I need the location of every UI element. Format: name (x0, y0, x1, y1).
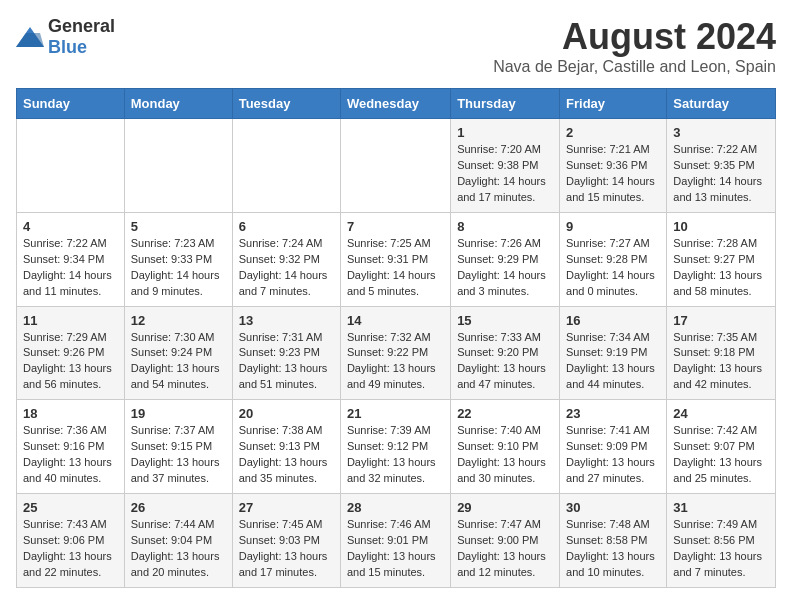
day-info: Sunrise: 7:37 AM Sunset: 9:15 PM Dayligh… (131, 423, 226, 487)
day-number: 23 (566, 406, 660, 421)
day-info: Sunrise: 7:49 AM Sunset: 8:56 PM Dayligh… (673, 517, 769, 581)
calendar-cell: 19Sunrise: 7:37 AM Sunset: 9:15 PM Dayli… (124, 400, 232, 494)
logo-icon (16, 25, 44, 49)
day-number: 17 (673, 313, 769, 328)
logo: General Blue (16, 16, 115, 58)
day-info: Sunrise: 7:39 AM Sunset: 9:12 PM Dayligh… (347, 423, 444, 487)
day-info: Sunrise: 7:28 AM Sunset: 9:27 PM Dayligh… (673, 236, 769, 300)
day-number: 9 (566, 219, 660, 234)
calendar-cell: 31Sunrise: 7:49 AM Sunset: 8:56 PM Dayli… (667, 494, 776, 588)
calendar-cell: 6Sunrise: 7:24 AM Sunset: 9:32 PM Daylig… (232, 212, 340, 306)
calendar-cell: 12Sunrise: 7:30 AM Sunset: 9:24 PM Dayli… (124, 306, 232, 400)
day-info: Sunrise: 7:42 AM Sunset: 9:07 PM Dayligh… (673, 423, 769, 487)
day-number: 4 (23, 219, 118, 234)
calendar-cell: 17Sunrise: 7:35 AM Sunset: 9:18 PM Dayli… (667, 306, 776, 400)
calendar-cell: 9Sunrise: 7:27 AM Sunset: 9:28 PM Daylig… (560, 212, 667, 306)
calendar-cell: 10Sunrise: 7:28 AM Sunset: 9:27 PM Dayli… (667, 212, 776, 306)
day-info: Sunrise: 7:22 AM Sunset: 9:34 PM Dayligh… (23, 236, 118, 300)
day-info: Sunrise: 7:30 AM Sunset: 9:24 PM Dayligh… (131, 330, 226, 394)
calendar-cell: 2Sunrise: 7:21 AM Sunset: 9:36 PM Daylig… (560, 119, 667, 213)
day-info: Sunrise: 7:47 AM Sunset: 9:00 PM Dayligh… (457, 517, 553, 581)
day-number: 26 (131, 500, 226, 515)
svg-marker-1 (16, 33, 44, 47)
day-info: Sunrise: 7:46 AM Sunset: 9:01 PM Dayligh… (347, 517, 444, 581)
day-number: 2 (566, 125, 660, 140)
day-number: 12 (131, 313, 226, 328)
week-row-2: 4Sunrise: 7:22 AM Sunset: 9:34 PM Daylig… (17, 212, 776, 306)
calendar-cell: 11Sunrise: 7:29 AM Sunset: 9:26 PM Dayli… (17, 306, 125, 400)
logo-general: General (48, 16, 115, 36)
day-number: 30 (566, 500, 660, 515)
day-number: 1 (457, 125, 553, 140)
calendar-cell: 21Sunrise: 7:39 AM Sunset: 9:12 PM Dayli… (340, 400, 450, 494)
header-tuesday: Tuesday (232, 89, 340, 119)
calendar-cell (232, 119, 340, 213)
day-number: 18 (23, 406, 118, 421)
day-info: Sunrise: 7:45 AM Sunset: 9:03 PM Dayligh… (239, 517, 334, 581)
calendar-cell: 23Sunrise: 7:41 AM Sunset: 9:09 PM Dayli… (560, 400, 667, 494)
calendar-cell (17, 119, 125, 213)
calendar-cell: 8Sunrise: 7:26 AM Sunset: 9:29 PM Daylig… (451, 212, 560, 306)
logo-blue: Blue (48, 37, 87, 57)
day-info: Sunrise: 7:33 AM Sunset: 9:20 PM Dayligh… (457, 330, 553, 394)
day-number: 29 (457, 500, 553, 515)
day-info: Sunrise: 7:36 AM Sunset: 9:16 PM Dayligh… (23, 423, 118, 487)
day-number: 3 (673, 125, 769, 140)
week-row-4: 18Sunrise: 7:36 AM Sunset: 9:16 PM Dayli… (17, 400, 776, 494)
day-number: 7 (347, 219, 444, 234)
day-info: Sunrise: 7:22 AM Sunset: 9:35 PM Dayligh… (673, 142, 769, 206)
day-number: 11 (23, 313, 118, 328)
day-number: 21 (347, 406, 444, 421)
day-info: Sunrise: 7:29 AM Sunset: 9:26 PM Dayligh… (23, 330, 118, 394)
day-number: 15 (457, 313, 553, 328)
day-info: Sunrise: 7:35 AM Sunset: 9:18 PM Dayligh… (673, 330, 769, 394)
header-wednesday: Wednesday (340, 89, 450, 119)
day-number: 19 (131, 406, 226, 421)
day-info: Sunrise: 7:21 AM Sunset: 9:36 PM Dayligh… (566, 142, 660, 206)
calendar-cell: 30Sunrise: 7:48 AM Sunset: 8:58 PM Dayli… (560, 494, 667, 588)
day-number: 22 (457, 406, 553, 421)
day-number: 6 (239, 219, 334, 234)
calendar-cell: 4Sunrise: 7:22 AM Sunset: 9:34 PM Daylig… (17, 212, 125, 306)
header-thursday: Thursday (451, 89, 560, 119)
title-area: August 2024 Nava de Bejar, Castille and … (493, 16, 776, 76)
day-info: Sunrise: 7:48 AM Sunset: 8:58 PM Dayligh… (566, 517, 660, 581)
day-number: 27 (239, 500, 334, 515)
calendar-cell: 22Sunrise: 7:40 AM Sunset: 9:10 PM Dayli… (451, 400, 560, 494)
day-info: Sunrise: 7:25 AM Sunset: 9:31 PM Dayligh… (347, 236, 444, 300)
day-number: 10 (673, 219, 769, 234)
calendar-cell: 1Sunrise: 7:20 AM Sunset: 9:38 PM Daylig… (451, 119, 560, 213)
week-row-5: 25Sunrise: 7:43 AM Sunset: 9:06 PM Dayli… (17, 494, 776, 588)
calendar-cell: 18Sunrise: 7:36 AM Sunset: 9:16 PM Dayli… (17, 400, 125, 494)
calendar-header-row: SundayMondayTuesdayWednesdayThursdayFrid… (17, 89, 776, 119)
calendar-cell (340, 119, 450, 213)
calendar-cell: 25Sunrise: 7:43 AM Sunset: 9:06 PM Dayli… (17, 494, 125, 588)
calendar-cell: 29Sunrise: 7:47 AM Sunset: 9:00 PM Dayli… (451, 494, 560, 588)
week-row-1: 1Sunrise: 7:20 AM Sunset: 9:38 PM Daylig… (17, 119, 776, 213)
day-info: Sunrise: 7:44 AM Sunset: 9:04 PM Dayligh… (131, 517, 226, 581)
day-number: 28 (347, 500, 444, 515)
header-monday: Monday (124, 89, 232, 119)
day-info: Sunrise: 7:27 AM Sunset: 9:28 PM Dayligh… (566, 236, 660, 300)
header-sunday: Sunday (17, 89, 125, 119)
calendar-cell: 14Sunrise: 7:32 AM Sunset: 9:22 PM Dayli… (340, 306, 450, 400)
calendar-cell: 26Sunrise: 7:44 AM Sunset: 9:04 PM Dayli… (124, 494, 232, 588)
header-friday: Friday (560, 89, 667, 119)
week-row-3: 11Sunrise: 7:29 AM Sunset: 9:26 PM Dayli… (17, 306, 776, 400)
day-info: Sunrise: 7:43 AM Sunset: 9:06 PM Dayligh… (23, 517, 118, 581)
day-number: 5 (131, 219, 226, 234)
day-info: Sunrise: 7:31 AM Sunset: 9:23 PM Dayligh… (239, 330, 334, 394)
calendar-table: SundayMondayTuesdayWednesdayThursdayFrid… (16, 88, 776, 588)
day-number: 14 (347, 313, 444, 328)
main-title: August 2024 (493, 16, 776, 58)
calendar-cell: 27Sunrise: 7:45 AM Sunset: 9:03 PM Dayli… (232, 494, 340, 588)
day-number: 31 (673, 500, 769, 515)
day-info: Sunrise: 7:26 AM Sunset: 9:29 PM Dayligh… (457, 236, 553, 300)
calendar-cell: 16Sunrise: 7:34 AM Sunset: 9:19 PM Dayli… (560, 306, 667, 400)
day-info: Sunrise: 7:38 AM Sunset: 9:13 PM Dayligh… (239, 423, 334, 487)
calendar-cell: 24Sunrise: 7:42 AM Sunset: 9:07 PM Dayli… (667, 400, 776, 494)
day-number: 24 (673, 406, 769, 421)
day-number: 8 (457, 219, 553, 234)
calendar-cell: 13Sunrise: 7:31 AM Sunset: 9:23 PM Dayli… (232, 306, 340, 400)
day-info: Sunrise: 7:24 AM Sunset: 9:32 PM Dayligh… (239, 236, 334, 300)
